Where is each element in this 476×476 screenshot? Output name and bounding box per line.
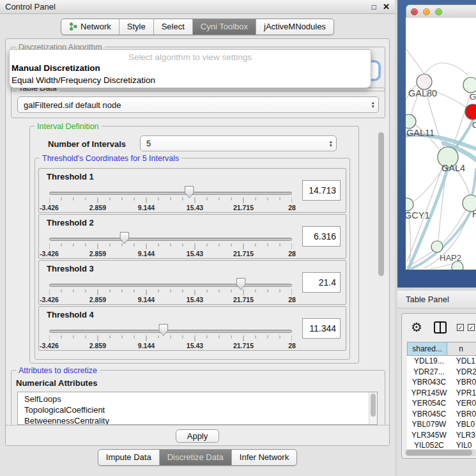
node-gal80[interactable] <box>417 74 432 89</box>
threshold-1-value-field[interactable]: 14.713 <box>302 180 341 201</box>
top-tab-bar: Network Style Select Cyni Toolbox jActiv… <box>0 19 395 35</box>
node-label: GA <box>470 92 476 102</box>
network-icon <box>69 22 77 31</box>
slider-ticks <box>49 289 292 296</box>
close-traffic-light-icon[interactable] <box>411 8 418 15</box>
tab-impute-data[interactable]: Impute Data <box>98 450 160 465</box>
algorithm-dropdown-popup: Select algorithm to view settings Manual… <box>9 49 371 88</box>
table-row[interactable]: YER054CYER0 <box>407 398 476 409</box>
node-label: H <box>472 209 476 219</box>
threshold-2-panel: Threshold 2 -3.426 2.859 9.144 15.43 21.… <box>38 214 346 259</box>
control-panel: Control Panel □ ✕ Network Style Select C… <box>0 0 395 476</box>
list-scrollbar[interactable] <box>369 392 377 424</box>
threshold-3-value-field[interactable]: 21.4 <box>302 272 341 293</box>
scrollbar-thumb[interactable] <box>406 450 472 456</box>
threshold-4-panel: Threshold 4 -3.426 2.859 9.144 15.43 21.… <box>38 306 346 351</box>
table-panel-titlebar: Table Panel <box>397 291 476 309</box>
scrollbar-thumb[interactable] <box>371 394 376 417</box>
table-row[interactable]: YDR27...YDR2 <box>407 367 476 378</box>
close-icon[interactable]: ✕ <box>383 2 390 12</box>
control-panel-titlebar: Control Panel □ ✕ <box>0 0 395 14</box>
node-label: GAL4 <box>441 163 465 173</box>
column-header-name[interactable]: n <box>447 342 476 356</box>
apply-button[interactable]: Apply <box>176 429 219 443</box>
slider-thumb[interactable] <box>236 278 246 290</box>
interval-definition-title: Interval Definition <box>35 122 102 131</box>
threshold-1-label: Threshold 1 <box>47 172 94 181</box>
slider-ticks <box>49 197 292 204</box>
stepper-icon[interactable]: ▲▼ <box>329 140 333 148</box>
slider-tick-labels: -3.426 2.859 9.144 15.43 21.715 28 <box>49 204 292 212</box>
table-row[interactable]: YLR345WYLR3 <box>407 430 476 441</box>
node-gal11[interactable] <box>406 114 416 128</box>
number-of-intervals-combobox[interactable]: 5 ▲▼ <box>140 135 337 151</box>
tab-select[interactable]: Select <box>154 19 193 35</box>
node-ga[interactable] <box>463 77 476 93</box>
network-window-titlebar[interactable] <box>406 4 476 18</box>
list-item[interactable]: BetweennessCentrality <box>18 415 377 425</box>
split-columns-icon[interactable] <box>434 321 447 334</box>
column-header-shared-name[interactable]: shared... <box>407 342 447 356</box>
network-canvas[interactable]: GAL80 GA GAL11 GAL4 GCY1 H HAP2 C <box>406 18 476 270</box>
node-hap2[interactable] <box>431 241 443 252</box>
tab-cyni-toolbox[interactable]: Cyni Toolbox <box>193 19 256 35</box>
node-label: GAL11 <box>406 128 434 138</box>
tab-jactivemnodules[interactable]: jActiveMNodules <box>256 19 334 35</box>
node-gcy1[interactable] <box>406 198 413 211</box>
table-row[interactable]: YBR043CYBR0 <box>407 377 476 388</box>
threshold-4-slider: -3.426 2.859 9.144 15.43 21.715 28 <box>45 322 296 350</box>
thresholds-title: Threshold's Coordinates for 5 Intervals <box>40 154 181 163</box>
table-row[interactable]: YBL079WYBL0 <box>407 419 476 430</box>
threshold-1-slider: -3.426 2.859 9.144 15.43 21.715 28 <box>45 184 296 212</box>
table-toolbar: ⚙ ✓ ✓ <box>402 318 475 337</box>
dropdown-hint: Select algorithm to view settings <box>10 50 371 62</box>
list-item[interactable]: TopologicalCoefficient <box>18 404 377 415</box>
node-table: shared... n YDL19...YDL1 YDR27...YDR2 YB… <box>407 342 476 450</box>
slider-thumb[interactable] <box>158 324 168 336</box>
dropdown-item-equal-width[interactable]: Equal Width/Frequency Discretization <box>10 74 371 86</box>
checkbox-icon[interactable]: ✓ <box>457 324 464 331</box>
float-window-icon[interactable]: □ <box>372 3 376 12</box>
checkbox-icon[interactable]: ✓ <box>468 324 475 331</box>
node-label: GAL80 <box>408 88 437 98</box>
threshold-3-panel: Threshold 3 -3.426 2.859 9.144 15.43 21.… <box>38 260 346 305</box>
number-of-intervals-label: Number of Intervals <box>48 139 126 149</box>
table-data-combobox[interactable]: galFiltered.sif default node ▲▼ <box>17 96 379 113</box>
table-row[interactable]: YPR145WYPR1 <box>407 388 476 399</box>
threshold-4-value-field[interactable]: 11.344 <box>302 318 341 339</box>
slider-track[interactable] <box>49 238 292 241</box>
tab-style[interactable]: Style <box>119 19 154 35</box>
threshold-3-label: Threshold 3 <box>47 264 94 273</box>
content-scrollbar[interactable] <box>377 126 385 425</box>
slider-thumb[interactable] <box>185 186 194 198</box>
threshold-2-label: Threshold 2 <box>47 218 94 227</box>
cyni-toolbox-content: Discretization Algorithm Select algorith… <box>5 38 390 446</box>
slider-tick-labels: -3.426 2.859 9.144 15.43 21.715 28 <box>49 250 292 258</box>
tab-discretize-data[interactable]: Discretize Data <box>160 450 232 465</box>
slider-track[interactable] <box>49 330 292 333</box>
slider-track[interactable] <box>49 192 292 195</box>
bottom-tab-bar: Impute Data Discretize Data Infer Networ… <box>0 449 395 466</box>
table-row[interactable]: YBR045CYBR0 <box>407 409 476 420</box>
slider-track[interactable] <box>49 284 292 287</box>
gear-icon[interactable]: ⚙ <box>411 321 422 334</box>
zoom-traffic-light-icon[interactable] <box>435 8 442 15</box>
table-panel: ⚙ ✓ ✓ shared... n YDL19...YDL1 YDR27...Y… <box>397 309 476 476</box>
slider-thumb[interactable] <box>119 232 129 244</box>
minimize-traffic-light-icon[interactable] <box>423 8 430 15</box>
network-window-frame[interactable]: GAL80 GA GAL11 GAL4 GCY1 H HAP2 C <box>397 0 476 288</box>
stepper-icon[interactable]: ▲▼ <box>371 101 375 109</box>
slider-tick-labels: -3.426 2.859 9.144 15.43 21.715 28 <box>49 296 292 304</box>
dropdown-item-manual[interactable]: Manual Discretization <box>10 62 371 74</box>
slider-ticks <box>49 243 292 250</box>
table-panel-inner: ⚙ ✓ ✓ shared... n YDL19...YDL1 YDR27...Y… <box>401 313 476 459</box>
list-item[interactable]: SelfLoops <box>18 392 377 404</box>
table-horizontal-scrollbar[interactable] <box>405 449 476 456</box>
threshold-2-value-field[interactable]: 6.316 <box>302 226 341 247</box>
scrollbar-thumb[interactable] <box>378 132 384 276</box>
table-row[interactable]: YDL19...YDL1 <box>407 356 476 367</box>
tab-network[interactable]: Network <box>61 19 119 35</box>
panel-title: Control Panel <box>5 2 56 12</box>
threshold-3-slider: -3.426 2.859 9.144 15.43 21.715 28 <box>45 276 296 304</box>
tab-infer-network[interactable]: Infer Network <box>232 450 296 465</box>
